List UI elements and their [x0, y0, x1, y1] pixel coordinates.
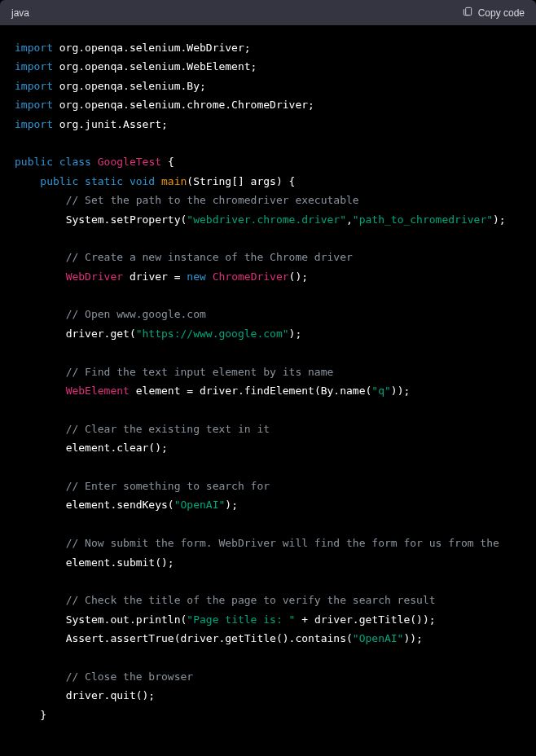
- comment: // Check the title of the page to verify…: [66, 594, 436, 606]
- comment: // Enter something to search for: [66, 480, 270, 492]
- clipboard-icon: [462, 6, 473, 20]
- comment: // Open www.google.com: [66, 308, 206, 320]
- code-block: java Copy code import org.openqa.seleniu…: [0, 0, 536, 756]
- copy-code-label: Copy code: [478, 7, 525, 19]
- comment: // Create a new instance of the Chrome d…: [66, 251, 353, 263]
- copy-code-button[interactable]: Copy code: [462, 6, 525, 20]
- code-content[interactable]: import org.openqa.selenium.WebDriver; im…: [0, 25, 536, 756]
- comment: // Find the text input element by its na…: [66, 366, 334, 378]
- comment: // Now submit the form. WebDriver will f…: [66, 537, 499, 549]
- code-header: java Copy code: [0, 0, 536, 25]
- comment: // Clear the existing text in it: [66, 423, 270, 435]
- class-name: GoogleTest: [98, 156, 161, 168]
- method-name: main: [161, 175, 187, 187]
- comment: // Set the path to the chromedriver exec…: [66, 194, 359, 206]
- language-label: java: [11, 7, 29, 19]
- svg-rect-0: [465, 7, 471, 15]
- kw-import: import: [15, 42, 53, 54]
- comment: // Close the browser: [66, 670, 194, 683]
